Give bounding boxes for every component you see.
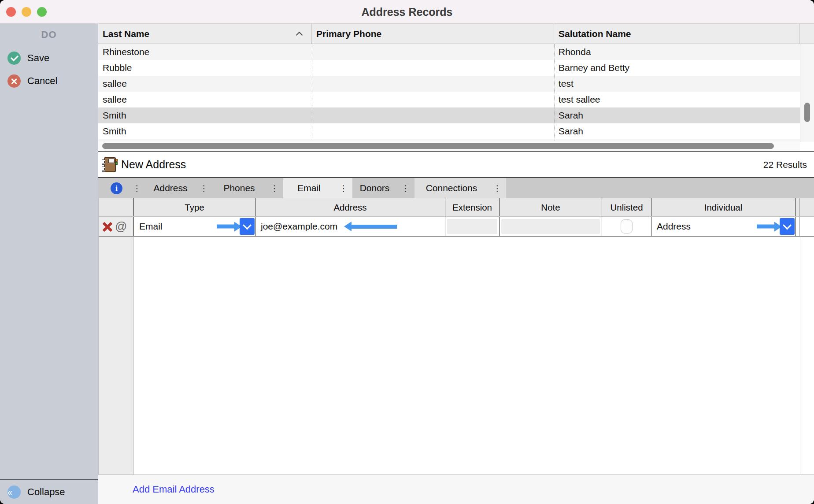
main-area: DO Save Cancel « Collapse (0, 24, 814, 504)
unlisted-checkbox[interactable] (621, 219, 633, 233)
kebab-menu-icon[interactable]: ⋮ (266, 183, 283, 193)
address-book-icon (104, 157, 116, 172)
salutation-header-label: Salutation Name (559, 29, 631, 39)
email-table-header: Type Address Extension Note Unlisted Ind… (99, 198, 814, 217)
primary-phone-header-label: Primary Phone (316, 29, 381, 39)
table-row-selected[interactable]: Smith Sarah (98, 107, 814, 123)
content-area: Last Name Primary Phone Salutation Name … (98, 24, 814, 504)
tab-donors[interactable]: Donors ⋮ (352, 178, 414, 198)
sidebar: DO Save Cancel « Collapse (0, 24, 98, 504)
tab-info[interactable]: i ⋮ (98, 178, 146, 198)
sidebar-header: DO (0, 24, 98, 43)
kebab-menu-icon[interactable]: ⋮ (397, 183, 414, 193)
tab-label: Phones (213, 183, 266, 193)
cell-last-name: sallee (98, 94, 312, 105)
cancel-button[interactable]: Cancel (0, 70, 98, 93)
type-dropdown-button[interactable] (240, 218, 255, 235)
column-divider (554, 44, 555, 142)
cell-last-name: Rhinestone (98, 47, 312, 57)
tab-bar: i ⋮ Address ⋮ Phones ⋮ Email ⋮ Donors (98, 177, 814, 199)
tab-email-active[interactable]: Email ⋮ (283, 178, 352, 198)
save-button[interactable]: Save (0, 47, 98, 70)
delete-row-icon[interactable] (102, 221, 113, 232)
app-window: Address Records DO Save Cancel « Collaps… (0, 0, 814, 504)
column-header-salutation-name[interactable]: Salutation Name (554, 24, 800, 44)
row-actions-cell: @ (99, 217, 134, 236)
column-header-primary-phone[interactable]: Primary Phone (312, 24, 554, 44)
horizontal-scrollbar-thumb[interactable] (102, 143, 774, 149)
cell-last-name: sallee (98, 78, 312, 89)
kebab-menu-icon[interactable]: ⋮ (128, 183, 146, 193)
tab-label: Connections (414, 183, 488, 193)
save-label: Save (27, 52, 49, 64)
kebab-menu-icon[interactable]: ⋮ (335, 183, 352, 193)
cell-salutation: test sallee (554, 94, 800, 105)
results-count: 22 Results (763, 159, 807, 170)
at-sign-icon: @ (115, 220, 127, 233)
individual-dropdown-field[interactable]: Address (651, 217, 796, 236)
email-address-field[interactable]: joe@example.com (255, 217, 445, 236)
column-header-last-name[interactable]: Last Name (98, 24, 312, 44)
note-input[interactable] (501, 219, 600, 234)
cancel-label: Cancel (27, 75, 57, 87)
extension-input[interactable] (447, 219, 497, 234)
row-spacer-cell (796, 217, 800, 236)
table-row[interactable]: Rubble Barney and Betty (98, 60, 814, 76)
column-header-note: Note (500, 198, 602, 216)
last-name-header-label: Last Name (103, 29, 149, 39)
column-header-actions (99, 198, 134, 216)
vertical-scrollbar-thumb[interactable] (804, 103, 810, 122)
table-row[interactable]: Rhinestone Rhonda (98, 44, 814, 60)
tab-label: Donors (352, 183, 397, 193)
cell-salutation: test (554, 78, 800, 89)
table-row[interactable]: sallee test sallee (98, 92, 814, 107)
column-header-unlisted: Unlisted (602, 198, 651, 216)
cancel-x-icon (7, 74, 21, 88)
add-email-address-link[interactable]: Add Email Address (133, 484, 215, 495)
tab-connections[interactable]: Connections ⋮ (414, 178, 506, 198)
sort-ascending-icon (296, 32, 303, 39)
sidebar-actions: Save Cancel (0, 47, 98, 93)
cell-salutation: Rhonda (554, 47, 800, 57)
email-table-body (99, 237, 814, 475)
records-table-header: Last Name Primary Phone Salutation Name (98, 24, 814, 44)
tab-label: Address (146, 183, 195, 193)
kebab-menu-icon[interactable]: ⋮ (488, 183, 506, 193)
tab-phones[interactable]: Phones ⋮ (213, 178, 283, 198)
table-row[interactable]: sallee test (98, 76, 814, 92)
right-gutter-line (800, 237, 800, 474)
cell-last-name: Rubble (98, 63, 312, 73)
cell-last-name: Smith (98, 110, 312, 121)
email-address-value: joe@example.com (255, 221, 337, 232)
header-scroll-gutter (800, 24, 814, 44)
vertical-scrollbar[interactable] (800, 44, 814, 142)
type-value: Email (134, 221, 163, 232)
cell-salutation: Sarah (554, 126, 800, 137)
individual-dropdown-button[interactable] (780, 218, 795, 235)
email-row: @ Email joe@example.com (99, 217, 814, 237)
section-title: New Address (121, 158, 186, 171)
bottom-bar: Add Email Address (98, 475, 814, 504)
row-gutter-cell (800, 217, 814, 236)
cell-salutation: Barney and Betty (554, 63, 800, 73)
kebab-menu-icon[interactable]: ⋮ (195, 183, 213, 193)
horizontal-scrollbar[interactable] (98, 141, 800, 151)
type-dropdown-field[interactable]: Email (134, 217, 255, 236)
column-divider (312, 44, 312, 142)
collapse-button[interactable]: « Collapse (0, 479, 98, 504)
table-row[interactable]: Smith Sarah (98, 123, 814, 139)
pointer-arrow-right-icon (757, 225, 774, 229)
window-title: Address Records (0, 0, 814, 24)
extension-cell (445, 217, 500, 236)
column-header-extension: Extension (445, 198, 500, 216)
tab-address[interactable]: Address ⋮ (146, 178, 213, 198)
email-table: Type Address Extension Note Unlisted Ind… (98, 198, 814, 475)
column-header-individual: Individual (651, 198, 796, 216)
info-icon[interactable]: i (111, 182, 122, 194)
note-cell (500, 217, 602, 236)
column-header-address: Address (255, 198, 445, 216)
column-header-gutter (800, 198, 814, 216)
cell-last-name: Smith (98, 126, 312, 137)
collapse-chevrons-icon: « (7, 485, 21, 499)
column-header-type: Type (134, 198, 255, 216)
